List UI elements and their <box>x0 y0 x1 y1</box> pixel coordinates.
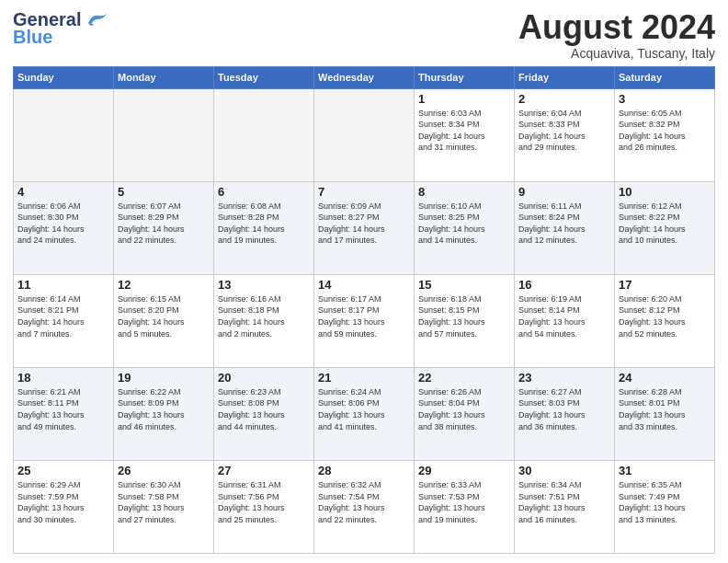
day-number: 1 <box>418 92 510 106</box>
table-row: 22Sunrise: 6:26 AM Sunset: 8:04 PM Dayli… <box>415 367 515 460</box>
table-row: 4Sunrise: 6:06 AM Sunset: 8:30 PM Daylig… <box>14 181 114 274</box>
col-thursday: Thursday <box>415 66 515 88</box>
logo: General Blue <box>13 9 108 48</box>
day-info: Sunrise: 6:27 AM Sunset: 8:03 PM Dayligh… <box>518 386 610 432</box>
day-info: Sunrise: 6:29 AM Sunset: 7:59 PM Dayligh… <box>17 479 109 525</box>
day-info: Sunrise: 6:24 AM Sunset: 8:06 PM Dayligh… <box>318 386 410 432</box>
day-info: Sunrise: 6:16 AM Sunset: 8:18 PM Dayligh… <box>218 293 310 339</box>
logo-blue-text: Blue <box>13 27 52 48</box>
table-row: 3Sunrise: 6:05 AM Sunset: 8:32 PM Daylig… <box>615 88 715 181</box>
day-number: 16 <box>518 278 610 292</box>
table-row <box>214 88 314 181</box>
col-tuesday: Tuesday <box>214 66 314 88</box>
table-row: 31Sunrise: 6:35 AM Sunset: 7:49 PM Dayli… <box>615 460 715 553</box>
table-row: 2Sunrise: 6:04 AM Sunset: 8:33 PM Daylig… <box>515 88 615 181</box>
col-saturday: Saturday <box>615 66 715 88</box>
calendar-week-row: 1Sunrise: 6:03 AM Sunset: 8:34 PM Daylig… <box>14 88 715 181</box>
day-info: Sunrise: 6:34 AM Sunset: 7:51 PM Dayligh… <box>518 479 610 525</box>
day-info: Sunrise: 6:11 AM Sunset: 8:24 PM Dayligh… <box>518 201 610 247</box>
table-row <box>14 88 114 181</box>
table-row: 18Sunrise: 6:21 AM Sunset: 8:11 PM Dayli… <box>14 367 114 460</box>
title-block: August 2024 Acquaviva, Tuscany, Italy <box>518 9 715 61</box>
table-row <box>314 88 415 181</box>
day-number: 21 <box>318 371 410 385</box>
table-row: 14Sunrise: 6:17 AM Sunset: 8:17 PM Dayli… <box>314 274 415 367</box>
calendar-header-row: Sunday Monday Tuesday Wednesday Thursday… <box>14 66 715 88</box>
day-number: 28 <box>318 464 410 477</box>
day-number: 7 <box>318 185 410 199</box>
day-info: Sunrise: 6:03 AM Sunset: 8:34 PM Dayligh… <box>418 108 510 154</box>
day-number: 12 <box>118 278 210 292</box>
month-title: August 2024 <box>518 9 715 46</box>
day-number: 29 <box>418 464 510 477</box>
day-number: 3 <box>619 92 711 106</box>
day-info: Sunrise: 6:08 AM Sunset: 8:28 PM Dayligh… <box>218 201 310 247</box>
day-info: Sunrise: 6:26 AM Sunset: 8:04 PM Dayligh… <box>418 386 510 432</box>
day-number: 5 <box>118 185 210 199</box>
table-row: 21Sunrise: 6:24 AM Sunset: 8:06 PM Dayli… <box>314 367 415 460</box>
day-info: Sunrise: 6:04 AM Sunset: 8:33 PM Dayligh… <box>518 108 610 154</box>
day-info: Sunrise: 6:20 AM Sunset: 8:12 PM Dayligh… <box>619 293 711 339</box>
table-row: 11Sunrise: 6:14 AM Sunset: 8:21 PM Dayli… <box>14 274 114 367</box>
page-header: General Blue August 2024 Acquaviva, Tusc… <box>13 9 715 61</box>
day-info: Sunrise: 6:17 AM Sunset: 8:17 PM Dayligh… <box>318 293 410 339</box>
day-number: 20 <box>218 371 310 385</box>
day-info: Sunrise: 6:12 AM Sunset: 8:22 PM Dayligh… <box>619 201 711 247</box>
calendar-table: Sunday Monday Tuesday Wednesday Thursday… <box>13 66 715 554</box>
table-row: 24Sunrise: 6:28 AM Sunset: 8:01 PM Dayli… <box>615 367 715 460</box>
col-friday: Friday <box>515 66 615 88</box>
day-info: Sunrise: 6:15 AM Sunset: 8:20 PM Dayligh… <box>118 293 210 339</box>
day-info: Sunrise: 6:09 AM Sunset: 8:27 PM Dayligh… <box>318 201 410 247</box>
table-row: 26Sunrise: 6:30 AM Sunset: 7:58 PM Dayli… <box>114 460 214 553</box>
day-number: 13 <box>218 278 310 292</box>
col-wednesday: Wednesday <box>314 66 415 88</box>
day-number: 8 <box>418 185 510 199</box>
day-number: 23 <box>518 371 610 385</box>
day-info: Sunrise: 6:33 AM Sunset: 7:53 PM Dayligh… <box>418 479 510 525</box>
day-info: Sunrise: 6:35 AM Sunset: 7:49 PM Dayligh… <box>619 479 711 525</box>
table-row: 27Sunrise: 6:31 AM Sunset: 7:56 PM Dayli… <box>214 460 314 553</box>
location-subtitle: Acquaviva, Tuscany, Italy <box>518 46 715 61</box>
day-number: 2 <box>518 92 610 106</box>
table-row: 29Sunrise: 6:33 AM Sunset: 7:53 PM Dayli… <box>415 460 515 553</box>
table-row: 30Sunrise: 6:34 AM Sunset: 7:51 PM Dayli… <box>515 460 615 553</box>
day-info: Sunrise: 6:22 AM Sunset: 8:09 PM Dayligh… <box>118 386 210 432</box>
table-row: 10Sunrise: 6:12 AM Sunset: 8:22 PM Dayli… <box>615 181 715 274</box>
col-monday: Monday <box>114 66 214 88</box>
table-row: 23Sunrise: 6:27 AM Sunset: 8:03 PM Dayli… <box>515 367 615 460</box>
day-info: Sunrise: 6:30 AM Sunset: 7:58 PM Dayligh… <box>118 479 210 525</box>
table-row: 1Sunrise: 6:03 AM Sunset: 8:34 PM Daylig… <box>415 88 515 181</box>
table-row: 15Sunrise: 6:18 AM Sunset: 8:15 PM Dayli… <box>415 274 515 367</box>
day-number: 30 <box>518 464 610 477</box>
col-sunday: Sunday <box>14 66 114 88</box>
day-number: 14 <box>318 278 410 292</box>
day-number: 11 <box>17 278 109 292</box>
table-row: 6Sunrise: 6:08 AM Sunset: 8:28 PM Daylig… <box>214 181 314 274</box>
day-number: 18 <box>17 371 109 385</box>
calendar-week-row: 4Sunrise: 6:06 AM Sunset: 8:30 PM Daylig… <box>14 181 715 274</box>
day-info: Sunrise: 6:31 AM Sunset: 7:56 PM Dayligh… <box>218 479 310 525</box>
table-row: 9Sunrise: 6:11 AM Sunset: 8:24 PM Daylig… <box>515 181 615 274</box>
calendar-week-row: 25Sunrise: 6:29 AM Sunset: 7:59 PM Dayli… <box>14 460 715 553</box>
table-row: 16Sunrise: 6:19 AM Sunset: 8:14 PM Dayli… <box>515 274 615 367</box>
table-row: 8Sunrise: 6:10 AM Sunset: 8:25 PM Daylig… <box>415 181 515 274</box>
day-number: 10 <box>619 185 711 199</box>
table-row: 25Sunrise: 6:29 AM Sunset: 7:59 PM Dayli… <box>14 460 114 553</box>
day-number: 22 <box>418 371 510 385</box>
day-info: Sunrise: 6:05 AM Sunset: 8:32 PM Dayligh… <box>619 108 711 154</box>
table-row <box>114 88 214 181</box>
day-number: 9 <box>518 185 610 199</box>
table-row: 19Sunrise: 6:22 AM Sunset: 8:09 PM Dayli… <box>114 367 214 460</box>
day-info: Sunrise: 6:10 AM Sunset: 8:25 PM Dayligh… <box>418 201 510 247</box>
day-number: 4 <box>17 185 109 199</box>
day-info: Sunrise: 6:18 AM Sunset: 8:15 PM Dayligh… <box>418 293 510 339</box>
day-info: Sunrise: 6:21 AM Sunset: 8:11 PM Dayligh… <box>17 386 109 432</box>
day-info: Sunrise: 6:07 AM Sunset: 8:29 PM Dayligh… <box>118 201 210 247</box>
table-row: 17Sunrise: 6:20 AM Sunset: 8:12 PM Dayli… <box>615 274 715 367</box>
calendar-week-row: 11Sunrise: 6:14 AM Sunset: 8:21 PM Dayli… <box>14 274 715 367</box>
table-row: 7Sunrise: 6:09 AM Sunset: 8:27 PM Daylig… <box>314 181 415 274</box>
day-number: 26 <box>118 464 210 477</box>
day-number: 25 <box>17 464 109 477</box>
table-row: 12Sunrise: 6:15 AM Sunset: 8:20 PM Dayli… <box>114 274 214 367</box>
day-info: Sunrise: 6:23 AM Sunset: 8:08 PM Dayligh… <box>218 386 310 432</box>
